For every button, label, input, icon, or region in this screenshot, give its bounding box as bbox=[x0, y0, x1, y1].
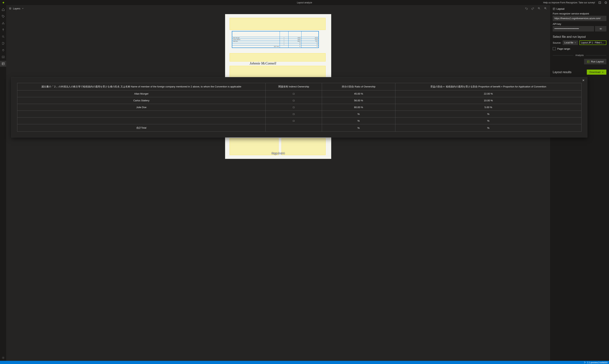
layers-icon bbox=[9, 7, 12, 10]
canvas-panel: Layers bbox=[6, 5, 550, 361]
select-file-heading: Select file and run layout bbox=[553, 35, 606, 39]
svg-point-18 bbox=[584, 363, 585, 364]
analysis-divider: Analysis bbox=[553, 54, 606, 57]
app-logo-icon bbox=[2, 1, 5, 4]
svg-point-6 bbox=[2, 36, 4, 37]
svg-point-3 bbox=[3, 22, 4, 23]
table-row: 合計Total % % bbox=[17, 124, 582, 132]
header-ratio: 持分の割合 Ratio of Ownership bbox=[322, 83, 395, 91]
header-benefit: 受益の割合＝ 租税条約の適用を受ける割合 Proportion of benef… bbox=[395, 83, 581, 91]
file-name-field[interactable]: Layout JP 1 - Filled In.pdf bbox=[580, 40, 606, 45]
nav-prebuilt-icon[interactable] bbox=[0, 40, 6, 46]
svg-text:A: A bbox=[3, 56, 4, 58]
svg-point-4 bbox=[2, 24, 3, 24]
status-bar: 2.1-preview.3-dcfb033 bbox=[0, 361, 609, 364]
svg-rect-10 bbox=[2, 63, 4, 65]
download-label: Download bbox=[589, 71, 600, 74]
endpoint-input[interactable] bbox=[553, 16, 606, 21]
close-icon bbox=[582, 79, 584, 81]
page-range-label: Page range: bbox=[557, 47, 571, 50]
run-layout-button[interactable]: Run Layout bbox=[584, 59, 607, 64]
window-title: Layout analyze bbox=[297, 1, 312, 4]
help-icon[interactable]: ? bbox=[605, 1, 607, 4]
page-range-checkbox[interactable] bbox=[553, 47, 556, 50]
chevron-down-icon bbox=[602, 71, 604, 73]
layout-icon bbox=[553, 8, 555, 10]
right-panel: Layout Form recognizer service endpoint … bbox=[550, 5, 609, 361]
table-row: □ % % bbox=[17, 117, 582, 124]
redo-icon[interactable] bbox=[531, 7, 535, 10]
titlebar: Layout analyze Help us improve Form Reco… bbox=[0, 0, 609, 5]
page-indicator: Page 2 of 4 bbox=[272, 152, 285, 155]
results-heading: Layout results bbox=[553, 70, 571, 74]
svg-point-5 bbox=[4, 24, 4, 24]
extracted-table: 届出書の「２」の外国法人の株主等で租税条約の適用を受ける者の氏名 又は名称 Na… bbox=[17, 83, 582, 132]
nav-layout-icon[interactable] bbox=[0, 61, 6, 67]
nav-model-icon[interactable] bbox=[0, 20, 6, 26]
reveal-password-button[interactable] bbox=[595, 26, 606, 31]
source-value: Local file bbox=[564, 41, 573, 44]
layers-dropdown[interactable]: Layers bbox=[9, 7, 24, 10]
survey-link[interactable]: Help us improve Form Recognizer. Take ou… bbox=[543, 1, 595, 4]
eye-icon bbox=[599, 27, 602, 30]
svg-point-17 bbox=[584, 362, 585, 362]
doc-embedded-table: Allan Munger□45.0022.00 Carlos Slattery□… bbox=[232, 31, 319, 48]
chevron-down-icon bbox=[22, 8, 24, 9]
endpoint-label: Form recognizer service endpoint bbox=[553, 12, 606, 15]
nav-settings-icon[interactable] bbox=[0, 355, 6, 361]
analysis-label: Analysis bbox=[575, 54, 584, 57]
svg-point-19 bbox=[585, 362, 586, 363]
header-name: 届出書の「２」の外国法人の株主等で租税条約の適用を受ける者の氏名 又は名称 Na… bbox=[17, 83, 266, 91]
panel-title-text: Layout bbox=[556, 7, 564, 10]
table-header-row: 届出書の「２」の外国法人の株主等で租税条約の適用を受ける者の氏名 又は名称 Na… bbox=[17, 83, 582, 91]
chevron-down-icon bbox=[574, 42, 576, 44]
document-viewport[interactable]: Allan Munger□45.0022.00 Carlos Slattery□… bbox=[6, 12, 550, 361]
zoom-out-icon[interactable] bbox=[537, 7, 541, 10]
panel-title: Layout bbox=[553, 7, 606, 10]
svg-point-11 bbox=[3, 357, 4, 358]
layers-label: Layers bbox=[13, 7, 20, 10]
table-row: □ % % bbox=[17, 111, 582, 117]
undo-icon[interactable] bbox=[525, 7, 528, 10]
version-text: 2.1-preview.3-dcfb033 bbox=[587, 361, 608, 364]
run-icon bbox=[587, 60, 590, 63]
source-label: Source: bbox=[553, 41, 561, 44]
nav-analyze-icon[interactable] bbox=[0, 34, 6, 40]
nav-connect-icon[interactable] bbox=[0, 47, 6, 53]
table-row: Carlos Slattery □ 56.00 % 10.00 % bbox=[17, 97, 582, 104]
close-modal-button[interactable] bbox=[582, 79, 584, 81]
nav-tag-icon[interactable] bbox=[0, 13, 6, 19]
svg-point-15 bbox=[600, 28, 601, 29]
table-row: Allan Munger □ 45.00 % 22.00 % bbox=[17, 91, 582, 97]
table-row: Julie Doe □ 80.00 % 5.00 % bbox=[17, 104, 582, 111]
nav-text-icon[interactable]: A bbox=[0, 54, 6, 60]
zoom-in-icon[interactable] bbox=[544, 7, 547, 10]
svg-rect-14 bbox=[553, 8, 555, 10]
header-indirect: 間接保有 Indirect Ownership bbox=[266, 83, 322, 91]
download-button[interactable]: Download bbox=[587, 70, 606, 75]
svg-text:?: ? bbox=[605, 2, 606, 3]
branch-icon bbox=[584, 361, 586, 364]
nav-compose-icon[interactable] bbox=[0, 27, 6, 33]
doc-signature: Johnnie McConnell bbox=[250, 62, 276, 65]
run-button-label: Run Layout bbox=[591, 60, 604, 63]
apikey-input[interactable] bbox=[553, 26, 594, 31]
svg-rect-16 bbox=[587, 61, 589, 63]
feedback-icon[interactable] bbox=[598, 1, 601, 4]
nav-home-icon[interactable] bbox=[0, 7, 6, 13]
svg-rect-7 bbox=[2, 42, 4, 45]
left-nav-rail: A bbox=[0, 5, 6, 361]
canvas-toolbar: Layers bbox=[6, 5, 550, 12]
apikey-label: API key bbox=[553, 23, 606, 25]
table-preview-modal: 届出書の「２」の外国法人の株主等で租税条約の適用を受ける者の氏名 又は名称 Na… bbox=[11, 77, 587, 137]
source-dropdown[interactable]: Local file bbox=[563, 40, 578, 45]
